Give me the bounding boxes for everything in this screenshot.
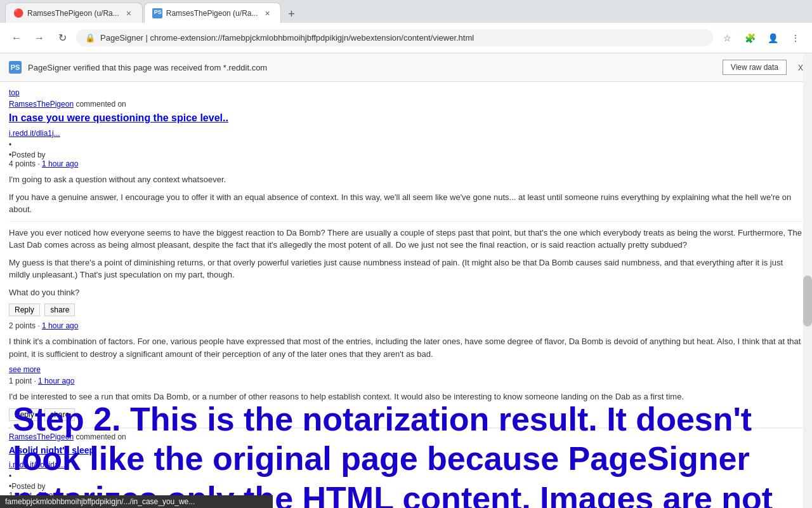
address-input[interactable]: 🔒 PageSigner | chrome-extension://famebp… xyxy=(76,29,713,46)
action-buttons-1: Reply share xyxy=(9,304,803,319)
question-text: What do you think? xyxy=(9,286,803,299)
bullet-char: • xyxy=(9,140,11,149)
tab-1[interactable]: 🔴 RamsesThePigeon (u/Ra... × xyxy=(5,3,143,23)
commented-on-text-2: commented on xyxy=(74,432,126,441)
banner-close-icon[interactable]: x xyxy=(798,62,803,73)
status-bar: famebpjckmlobhbmoihjbffpdpikigjn/.../in_… xyxy=(0,495,273,508)
address-text: PageSigner | chrome-extension://famebpjc… xyxy=(100,33,704,43)
bullet-2-char: • xyxy=(9,472,11,481)
forward-button[interactable]: → xyxy=(30,29,48,47)
bullet-2: • xyxy=(9,472,803,481)
meta-separator: · xyxy=(37,159,39,168)
comment-1-time-link[interactable]: 1 hour ago xyxy=(42,321,78,330)
commented-on-line-2: RamsesThePigeon commented on xyxy=(9,432,803,441)
extensions-icon[interactable]: 🧩 xyxy=(741,29,759,47)
reply-button-1[interactable]: Reply xyxy=(9,304,40,316)
bookmark-icon[interactable]: ☆ xyxy=(718,29,736,47)
reply-button-2[interactable]: Reply xyxy=(9,408,40,421)
post-2-url-link[interactable]: i.redd.it/poeida... xyxy=(9,460,803,469)
menu-icon[interactable]: ⋮ xyxy=(787,29,804,47)
tab-1-title: RamsesThePigeon (u/Ra... xyxy=(27,9,119,18)
tab-2-close-icon[interactable]: × xyxy=(261,8,273,18)
commented-on-text: commented on xyxy=(74,100,126,109)
address-bar: ← → ↻ 🔒 PageSigner | chrome-extension://… xyxy=(0,23,812,53)
post-meta: •Posted by 4 points · 1 hour ago xyxy=(9,150,803,168)
view-raw-button[interactable]: View raw data xyxy=(723,60,787,75)
commented-on-line: RamsesThePigeon commented on xyxy=(9,100,803,109)
back-button[interactable]: ← xyxy=(8,29,25,47)
post-image-link[interactable]: i.redd.it/dlia1j... xyxy=(9,129,803,138)
main-text-1: I'm going to ask a question without any … xyxy=(9,173,803,186)
long-comment-text: Have you ever noticed how everyone seems… xyxy=(9,227,803,251)
reply-2-time-link[interactable]: 1 hour ago xyxy=(38,377,74,385)
scrollbar-thumb[interactable] xyxy=(803,276,812,326)
tab-bar: 🔴 RamsesThePigeon (u/Ra... × PS RamsesTh… xyxy=(0,0,812,23)
pagesigner-tab-icon: PS xyxy=(152,8,162,18)
comment-1-text: I think it's a combination of factors. F… xyxy=(9,335,803,360)
see-more-link[interactable]: see more xyxy=(9,365,803,374)
post-2-title-link[interactable]: A solid night's sleep xyxy=(9,445,803,455)
section-break xyxy=(9,427,803,429)
action-buttons-2: Reply share xyxy=(9,408,803,424)
reply-2-points: 1 point xyxy=(9,377,32,385)
comment-1-sep: · xyxy=(37,321,39,330)
pagesigner-verification-text: PageSigner verified that this page was r… xyxy=(28,63,716,72)
browser-frame: 🔴 RamsesThePigeon (u/Ra... × PS RamsesTh… xyxy=(0,0,812,508)
pagesigner-logo-icon: PS xyxy=(9,61,22,74)
posted-by-text: •Posted by xyxy=(9,150,46,159)
main-text-2: If you have a genuine answer, I encourag… xyxy=(9,191,803,216)
pagesigner-banner: PS PageSigner verified that this page wa… xyxy=(0,53,812,82)
comment-1-meta: 2 points · 1 hour ago xyxy=(9,321,803,330)
lock-icon: 🔒 xyxy=(85,33,95,43)
bullet-point: • xyxy=(9,140,803,149)
refresh-button[interactable]: ↻ xyxy=(53,29,71,47)
tab-2-title: RamsesThePigeon (u/Ra... xyxy=(166,9,258,18)
reply-2-meta: 1 point · 1 hour ago xyxy=(9,377,803,385)
reply-2-sep: · xyxy=(34,377,36,385)
post-title-link[interactable]: In case you were questioning the spice l… xyxy=(9,112,803,124)
tab-2[interactable]: PS RamsesThePigeon (u/Ra... × xyxy=(144,3,282,23)
reddit-icon: 🔴 xyxy=(13,8,23,18)
points-text: 4 points xyxy=(9,159,36,168)
divider-rule xyxy=(9,221,803,222)
share-button-2[interactable]: share xyxy=(44,408,75,421)
new-tab-button[interactable]: + xyxy=(282,5,300,23)
tab-1-close-icon[interactable]: × xyxy=(123,8,134,18)
username-link-2[interactable]: RamsesThePigeon xyxy=(9,432,74,441)
username-link[interactable]: RamsesThePigeon xyxy=(9,100,74,109)
top-link[interactable]: top xyxy=(9,88,803,97)
guess-text: My guess is that there's a point of dimi… xyxy=(9,257,803,281)
scrollbar[interactable] xyxy=(803,53,812,508)
post-2-posted-by: •Posted by xyxy=(9,482,46,491)
reply-2-text: I'd be interested to see a run that omit… xyxy=(9,391,803,403)
page-content: top RamsesThePigeon commented on In case… xyxy=(0,82,812,508)
comment-1-points: 2 points xyxy=(9,321,36,330)
time-link[interactable]: 1 hour ago xyxy=(42,159,78,168)
profile-icon[interactable]: 👤 xyxy=(764,29,782,47)
share-button-1[interactable]: share xyxy=(44,304,75,316)
